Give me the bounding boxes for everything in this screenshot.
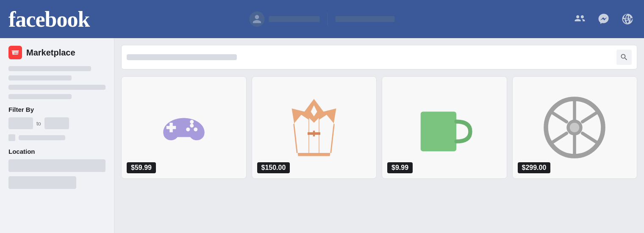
product-card[interactable]: $150.00 <box>252 76 377 179</box>
skeleton-line <box>8 94 72 99</box>
skeleton-line <box>8 85 105 90</box>
location-input-2[interactable] <box>8 176 76 189</box>
location-input[interactable] <box>8 159 105 172</box>
search-button[interactable] <box>616 50 632 65</box>
svg-line-6 <box>583 112 599 122</box>
filter-checkbox[interactable] <box>8 134 15 141</box>
svg-point-11 <box>570 123 580 133</box>
globe-icon[interactable] <box>619 11 636 27</box>
price-max-input[interactable] <box>44 117 69 129</box>
marketplace-icon <box>8 46 22 59</box>
product-card[interactable]: $9.99 <box>382 76 507 179</box>
skeleton-line <box>8 75 72 80</box>
main-content: $59.99 $150.00 <box>114 38 644 233</box>
filter-to-label: to <box>36 120 41 127</box>
svg-line-7 <box>583 133 599 144</box>
header-divider <box>328 13 328 25</box>
location-label: Location <box>8 148 105 155</box>
svg-rect-2 <box>421 112 456 152</box>
svg-line-9 <box>551 133 567 144</box>
header: facebook <box>0 0 644 38</box>
price-badge: $299.00 <box>518 162 551 173</box>
product-grid: $59.99 $150.00 <box>121 76 637 179</box>
avatar[interactable] <box>250 11 265 27</box>
product-card[interactable]: $59.99 <box>121 76 247 179</box>
product-card[interactable]: $299.00 <box>512 76 638 179</box>
price-filter-row: to <box>8 117 105 129</box>
svg-rect-1 <box>313 131 315 137</box>
header-right-icons <box>572 11 636 27</box>
search-input-placeholder <box>127 54 237 60</box>
search-bar <box>121 45 637 69</box>
svg-line-10 <box>551 112 567 122</box>
sidebar: Marketplace Filter By to Location <box>0 38 114 233</box>
price-badge: $9.99 <box>387 162 413 173</box>
price-badge: $59.99 <box>127 162 156 173</box>
filter-checkbox-row <box>8 134 105 141</box>
main-layout: Marketplace Filter By to Location <box>0 38 644 233</box>
header-center <box>250 11 395 27</box>
filter-by-label: Filter By <box>8 106 105 113</box>
filter-checkbox-label-text <box>19 135 65 140</box>
skeleton-line <box>8 66 91 71</box>
price-badge: $150.00 <box>257 162 290 173</box>
friends-icon[interactable] <box>572 11 588 27</box>
price-min-input[interactable] <box>8 117 33 129</box>
sidebar-title: Marketplace <box>8 46 105 59</box>
messenger-icon[interactable] <box>596 11 612 27</box>
facebook-logo[interactable]: facebook <box>8 7 89 32</box>
header-search-placeholder <box>336 16 395 22</box>
user-name-placeholder <box>269 16 320 22</box>
